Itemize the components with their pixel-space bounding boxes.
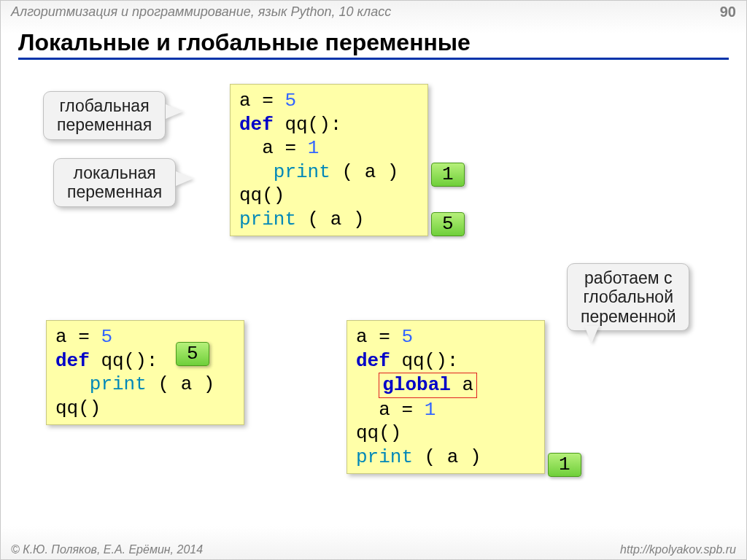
- callout-local: локальнаяпеременная: [53, 158, 176, 207]
- code-box-3: a = 5 def qq(): global a a = 1 qq() prin…: [347, 320, 545, 474]
- slide-content: a = 5 def qq(): a = 1 print ( a ) qq() p…: [1, 1, 746, 559]
- callout-working: работаем сглобальнойпеременной: [567, 263, 689, 331]
- output-badge-1b: 1: [548, 453, 581, 477]
- callout-working-tail: [584, 326, 599, 343]
- output-badge-5a: 5: [431, 212, 465, 236]
- callout-global: глобальнаяпеременная: [43, 91, 166, 140]
- callout-local-tail: [176, 171, 193, 186]
- slide-footer: © К.Ю. Поляков, Е.А. Ерёмин, 2014 http:/…: [1, 543, 746, 558]
- footer-url: http://kpolyakov.spb.ru: [620, 543, 736, 556]
- copyright-text: © К.Ю. Поляков, Е.А. Ерёмин, 2014: [11, 543, 203, 556]
- output-badge-5b: 5: [176, 342, 209, 366]
- output-badge-1: 1: [431, 163, 465, 187]
- callout-global-tail: [166, 104, 183, 119]
- code-box-2: a = 5 def qq(): print ( a ) qq(): [46, 320, 244, 425]
- code-box-1: a = 5 def qq(): a = 1 print ( a ) qq() p…: [230, 84, 428, 236]
